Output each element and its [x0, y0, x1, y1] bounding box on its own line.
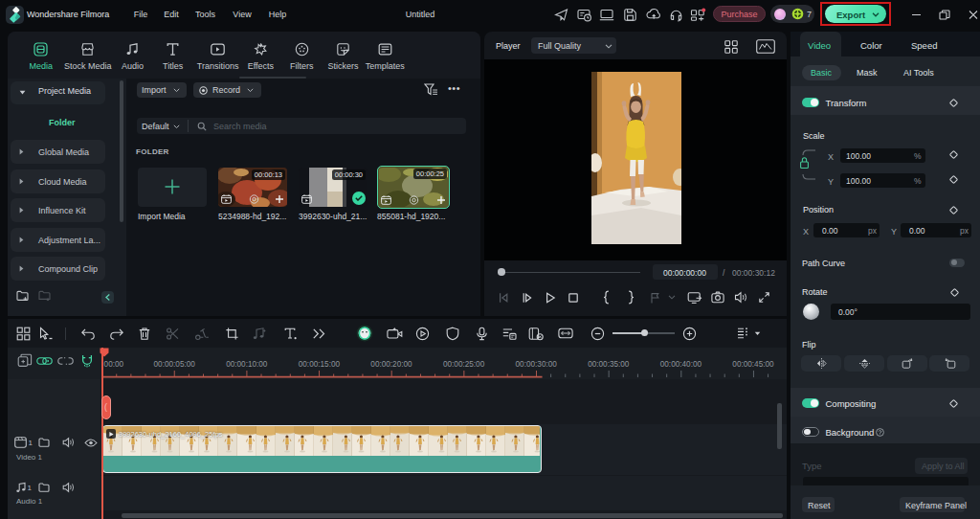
- svg-text:00:00:15:00: 00:00:15:00: [299, 360, 341, 369]
- svg-text:00:00:10:00: 00:00:10:00: [226, 360, 268, 369]
- svg-text:00:00:25:00: 00:00:25:00: [443, 360, 485, 369]
- svg-text:00:00:40:00: 00:00:40:00: [660, 360, 702, 369]
- svg-text:00:00:45:00: 00:00:45:00: [732, 360, 774, 369]
- svg-text:00:00:30:00: 00:00:30:00: [516, 360, 558, 369]
- svg-text:00:00:35:00: 00:00:35:00: [588, 360, 630, 369]
- svg-text:00:00: 00:00: [104, 360, 124, 369]
- svg-text:00:00:05:00: 00:00:05:00: [154, 360, 196, 369]
- svg-text:00:00:20:00: 00:00:20:00: [370, 360, 412, 369]
